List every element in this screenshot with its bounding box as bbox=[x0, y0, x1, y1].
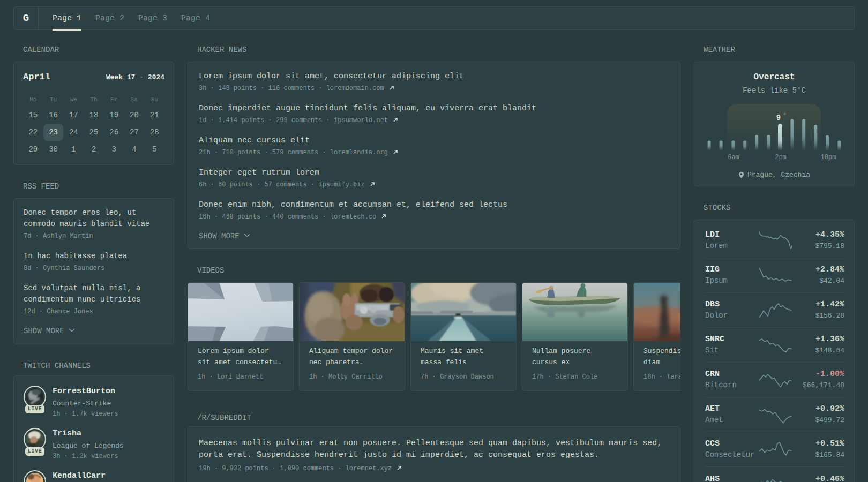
svg-text:9: 9 bbox=[776, 114, 781, 122]
svg-text:°: ° bbox=[783, 112, 787, 120]
